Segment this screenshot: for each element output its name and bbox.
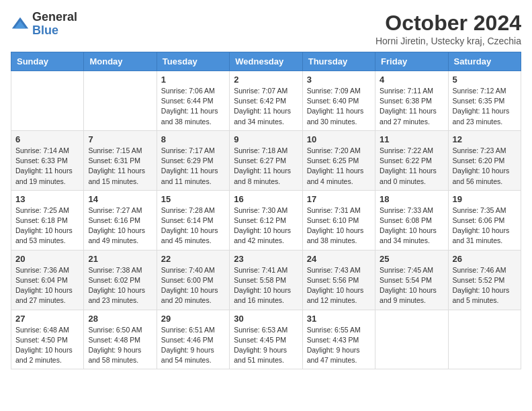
calendar-cell: 9Sunrise: 7:18 AM Sunset: 6:27 PM Daylig… — [230, 130, 302, 190]
day-number: 31 — [307, 314, 371, 324]
calendar-cell: 11Sunrise: 7:22 AM Sunset: 6:22 PM Dayli… — [375, 130, 448, 190]
day-info: Sunrise: 7:17 AM Sunset: 6:29 PM Dayligh… — [161, 146, 225, 187]
calendar-table: SundayMondayTuesdayWednesdayThursdayFrid… — [11, 52, 521, 369]
calendar-cell: 3Sunrise: 7:09 AM Sunset: 6:40 PM Daylig… — [302, 71, 375, 131]
calendar-cell: 5Sunrise: 7:12 AM Sunset: 6:35 PM Daylig… — [448, 71, 521, 131]
calendar-cell: 24Sunrise: 7:43 AM Sunset: 5:56 PM Dayli… — [302, 250, 375, 310]
calendar-week-row: 27Sunrise: 6:48 AM Sunset: 4:50 PM Dayli… — [11, 310, 521, 369]
calendar-cell: 26Sunrise: 7:46 AM Sunset: 5:52 PM Dayli… — [448, 250, 521, 310]
calendar-cell — [448, 310, 521, 369]
day-info: Sunrise: 7:11 AM Sunset: 6:38 PM Dayligh… — [380, 86, 443, 127]
day-number: 6 — [15, 134, 79, 144]
day-number: 28 — [88, 314, 152, 324]
calendar-week-row: 13Sunrise: 7:25 AM Sunset: 6:18 PM Dayli… — [11, 190, 521, 250]
day-info: Sunrise: 7:43 AM Sunset: 5:56 PM Dayligh… — [307, 265, 371, 306]
calendar-cell: 23Sunrise: 7:41 AM Sunset: 5:58 PM Dayli… — [230, 250, 302, 310]
weekday-header-tuesday: Tuesday — [157, 52, 229, 71]
day-number: 18 — [380, 194, 443, 204]
day-info: Sunrise: 6:53 AM Sunset: 4:45 PM Dayligh… — [234, 325, 298, 366]
day-info: Sunrise: 7:41 AM Sunset: 5:58 PM Dayligh… — [234, 265, 298, 306]
day-info: Sunrise: 6:48 AM Sunset: 4:50 PM Dayligh… — [15, 325, 79, 366]
day-number: 4 — [380, 75, 443, 85]
calendar-cell: 25Sunrise: 7:45 AM Sunset: 5:54 PM Dayli… — [375, 250, 448, 310]
logo-icon — [11, 15, 30, 34]
day-number: 9 — [234, 134, 298, 144]
weekday-header-saturday: Saturday — [448, 52, 521, 71]
day-info: Sunrise: 7:07 AM Sunset: 6:42 PM Dayligh… — [234, 86, 298, 127]
calendar-cell: 12Sunrise: 7:23 AM Sunset: 6:20 PM Dayli… — [448, 130, 521, 190]
day-number: 26 — [453, 254, 517, 264]
day-number: 17 — [307, 194, 371, 204]
calendar-cell: 28Sunrise: 6:50 AM Sunset: 4:48 PM Dayli… — [84, 310, 157, 369]
day-info: Sunrise: 7:40 AM Sunset: 6:00 PM Dayligh… — [161, 265, 225, 306]
day-number: 30 — [234, 314, 298, 324]
day-number: 20 — [15, 254, 79, 264]
day-number: 3 — [307, 75, 371, 85]
calendar-cell: 17Sunrise: 7:31 AM Sunset: 6:10 PM Dayli… — [302, 190, 375, 250]
page-header: General Blue October 2024 Horni Jiretin,… — [11, 11, 521, 46]
day-info: Sunrise: 7:23 AM Sunset: 6:20 PM Dayligh… — [453, 146, 517, 187]
calendar-cell — [375, 310, 448, 369]
day-number: 27 — [15, 314, 79, 324]
day-info: Sunrise: 6:55 AM Sunset: 4:43 PM Dayligh… — [307, 325, 371, 366]
day-number: 8 — [161, 134, 225, 144]
calendar-cell: 22Sunrise: 7:40 AM Sunset: 6:00 PM Dayli… — [157, 250, 229, 310]
calendar-cell: 13Sunrise: 7:25 AM Sunset: 6:18 PM Dayli… — [11, 190, 84, 250]
day-number: 13 — [15, 194, 79, 204]
calendar-cell: 14Sunrise: 7:27 AM Sunset: 6:16 PM Dayli… — [84, 190, 157, 250]
day-info: Sunrise: 6:50 AM Sunset: 4:48 PM Dayligh… — [88, 325, 152, 366]
day-info: Sunrise: 7:22 AM Sunset: 6:22 PM Dayligh… — [380, 146, 443, 187]
day-info: Sunrise: 7:27 AM Sunset: 6:16 PM Dayligh… — [88, 205, 152, 246]
calendar-cell: 20Sunrise: 7:36 AM Sunset: 6:04 PM Dayli… — [11, 250, 84, 310]
day-info: Sunrise: 7:33 AM Sunset: 6:08 PM Dayligh… — [380, 205, 443, 246]
day-number: 24 — [307, 254, 371, 264]
location: Horni Jiretin, Ustecky kraj, Czechia — [375, 36, 521, 46]
day-number: 21 — [88, 254, 152, 264]
weekday-header-monday: Monday — [84, 52, 157, 71]
day-info: Sunrise: 7:25 AM Sunset: 6:18 PM Dayligh… — [15, 205, 79, 246]
calendar-cell: 7Sunrise: 7:15 AM Sunset: 6:31 PM Daylig… — [84, 130, 157, 190]
month-title: October 2024 — [375, 11, 521, 36]
day-info: Sunrise: 7:31 AM Sunset: 6:10 PM Dayligh… — [307, 205, 371, 246]
day-info: Sunrise: 7:38 AM Sunset: 6:02 PM Dayligh… — [88, 265, 152, 306]
day-number: 2 — [234, 75, 298, 85]
calendar-week-row: 20Sunrise: 7:36 AM Sunset: 6:04 PM Dayli… — [11, 250, 521, 310]
day-number: 10 — [307, 134, 371, 144]
calendar-cell: 29Sunrise: 6:51 AM Sunset: 4:46 PM Dayli… — [157, 310, 229, 369]
calendar-cell: 4Sunrise: 7:11 AM Sunset: 6:38 PM Daylig… — [375, 71, 448, 131]
calendar-cell: 30Sunrise: 6:53 AM Sunset: 4:45 PM Dayli… — [230, 310, 302, 369]
calendar-cell: 6Sunrise: 7:14 AM Sunset: 6:33 PM Daylig… — [11, 130, 84, 190]
day-info: Sunrise: 7:15 AM Sunset: 6:31 PM Dayligh… — [88, 146, 152, 187]
day-info: Sunrise: 7:45 AM Sunset: 5:54 PM Dayligh… — [380, 265, 443, 306]
calendar-cell — [11, 71, 84, 131]
logo-text: General Blue — [32, 11, 77, 38]
day-number: 19 — [453, 194, 517, 204]
day-info: Sunrise: 7:18 AM Sunset: 6:27 PM Dayligh… — [234, 146, 298, 187]
calendar-cell: 15Sunrise: 7:28 AM Sunset: 6:14 PM Dayli… — [157, 190, 229, 250]
day-number: 1 — [161, 75, 225, 85]
day-info: Sunrise: 7:06 AM Sunset: 6:44 PM Dayligh… — [161, 86, 225, 127]
calendar-cell: 10Sunrise: 7:20 AM Sunset: 6:25 PM Dayli… — [302, 130, 375, 190]
calendar-week-row: 6Sunrise: 7:14 AM Sunset: 6:33 PM Daylig… — [11, 130, 521, 190]
calendar-cell: 21Sunrise: 7:38 AM Sunset: 6:02 PM Dayli… — [84, 250, 157, 310]
calendar-cell: 31Sunrise: 6:55 AM Sunset: 4:43 PM Dayli… — [302, 310, 375, 369]
weekday-header-wednesday: Wednesday — [230, 52, 302, 71]
day-number: 7 — [88, 134, 152, 144]
day-number: 23 — [234, 254, 298, 264]
day-info: Sunrise: 7:14 AM Sunset: 6:33 PM Dayligh… — [15, 146, 79, 187]
day-number: 15 — [161, 194, 225, 204]
calendar-cell: 27Sunrise: 6:48 AM Sunset: 4:50 PM Dayli… — [11, 310, 84, 369]
day-info: Sunrise: 7:09 AM Sunset: 6:40 PM Dayligh… — [307, 86, 371, 127]
calendar-week-row: 1Sunrise: 7:06 AM Sunset: 6:44 PM Daylig… — [11, 71, 521, 131]
day-number: 29 — [161, 314, 225, 324]
calendar-cell: 8Sunrise: 7:17 AM Sunset: 6:29 PM Daylig… — [157, 130, 229, 190]
day-info: Sunrise: 7:20 AM Sunset: 6:25 PM Dayligh… — [307, 146, 371, 187]
calendar-cell: 19Sunrise: 7:35 AM Sunset: 6:06 PM Dayli… — [448, 190, 521, 250]
weekday-header-row: SundayMondayTuesdayWednesdayThursdayFrid… — [11, 52, 521, 71]
calendar-cell — [84, 71, 157, 131]
calendar-cell: 2Sunrise: 7:07 AM Sunset: 6:42 PM Daylig… — [230, 71, 302, 131]
day-number: 14 — [88, 194, 152, 204]
day-number: 22 — [161, 254, 225, 264]
day-info: Sunrise: 7:36 AM Sunset: 6:04 PM Dayligh… — [15, 265, 79, 306]
day-info: Sunrise: 7:12 AM Sunset: 6:35 PM Dayligh… — [453, 86, 517, 127]
